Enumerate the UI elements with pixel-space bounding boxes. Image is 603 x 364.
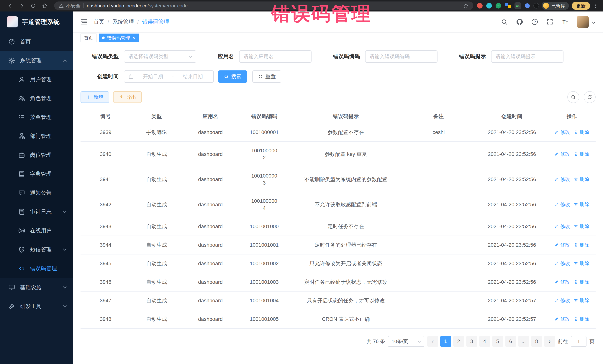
page-button-8[interactable]: 8: [531, 336, 542, 347]
sidebar-item-system-management[interactable]: 系统管理: [0, 51, 73, 70]
sidebar-item-post-management[interactable]: 岗位管理: [0, 146, 73, 165]
add-button[interactable]: 新增: [81, 91, 109, 103]
search-button[interactable]: 搜索: [218, 70, 247, 83]
error-message-input[interactable]: [491, 50, 564, 63]
delete-link[interactable]: 删除: [574, 151, 589, 157]
error-type-select[interactable]: 请选择错误码类型: [124, 50, 196, 63]
sidebar-item-user-management[interactable]: 用户管理: [0, 70, 73, 89]
browser-update-button[interactable]: 更新: [572, 2, 590, 10]
edit-link[interactable]: 修改: [554, 223, 570, 230]
extension-icon[interactable]: [496, 3, 501, 9]
edit-link[interactable]: 修改: [554, 316, 570, 322]
chevron-down-icon[interactable]: [592, 20, 595, 23]
tab-home[interactable]: 首页: [81, 33, 96, 42]
delete-link[interactable]: 删除: [574, 242, 589, 248]
github-icon[interactable]: [516, 18, 523, 25]
prev-page-button[interactable]: ‹: [427, 336, 438, 347]
page-button-2[interactable]: 2: [453, 336, 464, 347]
sidebar-item-notice[interactable]: 通知公告: [0, 184, 73, 202]
extension-icon[interactable]: [505, 3, 511, 9]
sidebar-item-menu-management[interactable]: 菜单管理: [0, 108, 73, 127]
logo-image: [7, 16, 18, 27]
sidebar-item-dept-management[interactable]: 部门管理: [0, 127, 73, 146]
browser-toolbar: 不安全 dashboard.yudao.iocoder.cn/system/er…: [0, 0, 603, 11]
font-size-icon[interactable]: TT: [562, 18, 569, 25]
breadcrumb-item[interactable]: 首页: [93, 18, 104, 26]
page-button-6[interactable]: 6: [505, 336, 516, 347]
sidebar-fold-icon[interactable]: [80, 18, 88, 26]
page-button-1[interactable]: 1: [440, 336, 451, 347]
sidebar-item-infrastructure[interactable]: 基础设施: [0, 278, 73, 297]
edit-link[interactable]: 修改: [554, 129, 570, 135]
delete-link[interactable]: 删除: [574, 201, 589, 208]
sidebar-item-sms-management[interactable]: 短信管理: [0, 240, 73, 259]
browser-forward-button[interactable]: [16, 1, 27, 10]
sidebar-item-dict-management[interactable]: 字典管理: [0, 165, 73, 184]
toggle-search-button[interactable]: [567, 91, 579, 103]
extension-icon[interactable]: on: [514, 2, 521, 9]
browser-home-button[interactable]: [39, 1, 50, 10]
delete-link[interactable]: 删除: [574, 176, 589, 183]
delete-link[interactable]: 删除: [574, 129, 589, 135]
sidebar-item-error-code-management[interactable]: 错误码管理: [0, 259, 73, 278]
search-icon[interactable]: [501, 18, 508, 25]
sidebar-item-audit-log[interactable]: 审计日志: [0, 202, 73, 221]
extension-icon[interactable]: [525, 3, 530, 8]
delete-link[interactable]: 删除: [574, 316, 589, 322]
dashboard-icon: [8, 38, 15, 45]
delete-link[interactable]: 删除: [574, 260, 589, 267]
extension-icon[interactable]: [486, 3, 492, 9]
cell-actions: 修改删除: [548, 254, 596, 273]
browser-reload-button[interactable]: [27, 1, 39, 10]
profile-paused-badge[interactable]: 已暂停: [542, 2, 569, 10]
sidebar-item-online-users[interactable]: 在线用户: [0, 221, 73, 240]
edit-link[interactable]: 修改: [554, 151, 570, 157]
user-avatar[interactable]: [577, 16, 589, 28]
edit-link[interactable]: 修改: [554, 260, 570, 267]
shield-icon: [18, 246, 25, 253]
sidebar-item-role-management[interactable]: 角色管理: [0, 89, 73, 108]
page-size-select[interactable]: 10条/页: [388, 336, 424, 347]
refresh-table-button[interactable]: [584, 91, 596, 103]
extension-icon[interactable]: [477, 3, 483, 9]
cell-type: 自动生成: [131, 142, 183, 167]
edit-link[interactable]: 修改: [554, 201, 570, 208]
sidebar-item-dev-tools[interactable]: 研发工具: [0, 297, 73, 316]
pager-ellipsis[interactable]: ...: [518, 336, 529, 347]
security-indicator[interactable]: 不安全: [59, 3, 81, 9]
breadcrumb-item[interactable]: 系统管理: [112, 18, 134, 26]
fullscreen-icon[interactable]: [546, 18, 554, 25]
tab-error-code[interactable]: 错误码管理 ×: [99, 33, 139, 42]
bookmark-star-icon[interactable]: [463, 3, 469, 9]
page-button-5[interactable]: 5: [492, 336, 503, 347]
refresh-icon: [587, 94, 592, 100]
export-button[interactable]: 导出: [113, 91, 142, 103]
reset-button[interactable]: 重置: [252, 70, 281, 83]
next-page-button[interactable]: ›: [544, 336, 555, 347]
pagination-bar: 共 76 条 10条/页 ‹123456...8› 前往 页: [81, 336, 596, 347]
delete-link[interactable]: 删除: [574, 297, 589, 304]
browser-back-button[interactable]: [4, 1, 16, 10]
goto-page-input[interactable]: [571, 336, 587, 347]
cell-actions: 修改删除: [548, 273, 596, 291]
page-button-3[interactable]: 3: [466, 336, 477, 347]
total-count: 共 76 条: [367, 338, 385, 345]
edit-link[interactable]: 修改: [554, 176, 570, 183]
edit-link[interactable]: 修改: [554, 242, 570, 248]
edit-link[interactable]: 修改: [554, 297, 570, 304]
page-button-4[interactable]: 4: [479, 336, 490, 347]
app-name-input[interactable]: [239, 50, 312, 63]
edit-link[interactable]: 修改: [554, 279, 570, 285]
cell-actions: 修改删除: [548, 291, 596, 310]
paused-label: 已暂停: [551, 3, 565, 9]
date-range-picker[interactable]: 开始日期 - 结束日期: [124, 70, 214, 83]
close-icon[interactable]: ×: [132, 35, 135, 40]
address-bar[interactable]: 不安全 dashboard.yudao.iocoder.cn/system/er…: [54, 1, 473, 10]
browser-menu-icon[interactable]: [593, 3, 599, 9]
delete-link[interactable]: 删除: [574, 223, 589, 230]
sidebar-item-home[interactable]: 首页: [0, 32, 73, 51]
extension-icon[interactable]: [533, 3, 539, 9]
error-code-input[interactable]: [365, 50, 438, 63]
help-icon[interactable]: ?: [531, 18, 538, 25]
delete-link[interactable]: 删除: [574, 279, 589, 285]
